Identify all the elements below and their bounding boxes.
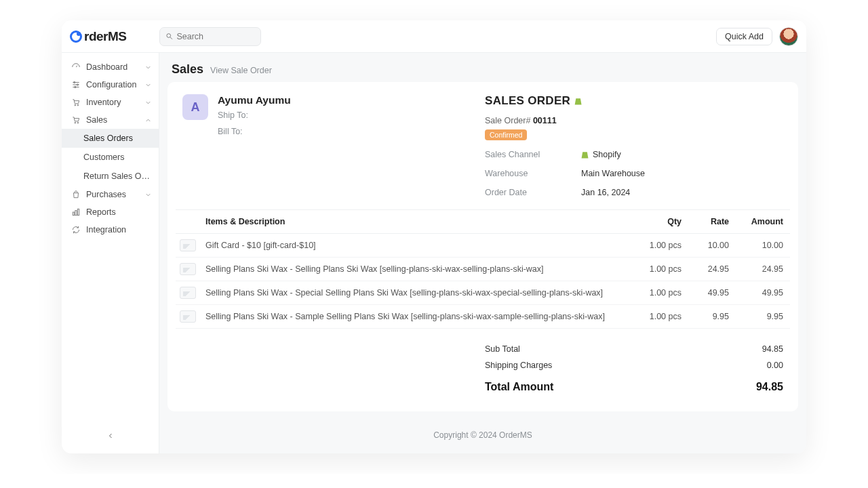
svg-point-12 [77,122,79,123]
logo: rderMS [70,29,159,44]
sidebar-item-label: Configuration [86,80,136,89]
svg-rect-15 [77,209,79,215]
svg-rect-13 [73,212,74,216]
order-number: Sale Order# 00111 [485,116,783,125]
sidebar-item-label: Reports [86,207,116,217]
topbar: rderMS Quick Add [62,20,806,53]
sidebar-item-sales[interactable]: Sales [62,111,159,129]
chevron-down-icon [144,99,152,106]
table-header: Items & Description Qty Rate Amount [176,209,790,234]
sidebar-item-configuration[interactable]: Configuration [62,76,159,94]
svg-point-11 [75,122,76,123]
chart-icon [71,207,81,217]
chevron-down-icon [144,191,152,199]
svg-point-9 [75,104,76,106]
app-shell: rderMS Quick Add Dashboard Configuration [62,20,806,453]
sidebar-item-purchases[interactable]: Purchases [62,186,159,203]
order-heading: SALES ORDER [485,94,783,108]
meta-warehouse: Warehouse Main Warehouse [485,169,783,178]
sidebar-sub-return-sales[interactable]: Return Sales Ord... [62,167,159,186]
breadcrumb: Sales View Sale Order [159,53,806,82]
totals: Sub Total 94.85 Shipping Charges 0.00 To… [485,341,783,396]
sidebar-item-label: Purchases [86,190,126,199]
bill-to-label: Bill To: [218,127,291,136]
body-row: Dashboard Configuration Inventory Sales … [62,53,806,453]
image-icon [180,239,196,251]
customer-info: Ayumu Ayumu Ship To: Bill To: [218,94,291,197]
sidebar-sub-sales-orders[interactable]: Sales Orders [62,129,159,148]
shopify-icon [574,98,582,105]
customer-initial-badge: A [182,94,208,120]
subtotal-row: Sub Total 94.85 [485,341,783,357]
th-rate: Rate [682,217,729,226]
table-row: Selling Plans Ski Wax - Sample Selling P… [176,305,790,329]
logo-text: rderMS [84,29,126,44]
meta-channel: Sales Channel Shopify [485,150,783,159]
customer-name: Ayumu Ayumu [218,94,291,106]
sidebar-item-label: Sales [86,115,107,125]
sync-icon [71,225,81,235]
th-qty: Qty [634,217,682,226]
image-icon [180,310,196,323]
order-column: SALES ORDER Sale Order# 00111 Confirmed … [485,94,783,197]
footer: Copyright © 2024 OrderMS [159,420,806,453]
page-title: Sales [172,62,203,77]
chevron-up-icon [144,117,152,124]
page-subtitle: View Sale Order [210,66,272,75]
sidebar-item-label: Dashboard [86,62,127,72]
sidebar-sub-customers[interactable]: Customers [62,148,159,167]
th-desc: Items & Description [205,217,634,226]
th-amount: Amount [729,217,783,226]
svg-rect-14 [75,211,77,216]
sidebar-item-dashboard[interactable]: Dashboard [62,58,159,76]
customer-column: A Ayumu Ayumu Ship To: Bill To: [182,94,485,197]
image-icon [180,287,196,299]
sliders-icon [71,80,81,89]
table-row: Selling Plans Ski Wax - Special Selling … [176,281,790,305]
chevron-down-icon [144,64,152,71]
cart-icon [71,98,81,107]
card-head: A Ayumu Ayumu Ship To: Bill To: SALES OR… [167,94,798,205]
avatar[interactable] [779,27,798,46]
search-icon [165,32,173,41]
main: Sales View Sale Order A Ayumu Ayumu Ship… [159,53,806,453]
search-field[interactable] [159,27,261,46]
table-row: Gift Card - $10 [gift-card-$10] 1.00 pcs… [176,234,790,258]
table-row: Selling Plans Ski Wax - Selling Plans Sk… [176,258,790,281]
sidebar-item-inventory[interactable]: Inventory [62,94,159,111]
shipping-row: Shipping Charges 0.00 [485,357,783,373]
meta-date: Order Date Jan 16, 2024 [485,188,783,197]
sidebar-collapse[interactable] [62,424,159,448]
sidebar: Dashboard Configuration Inventory Sales … [62,53,159,453]
gauge-icon [71,62,81,72]
total-row: Total Amount 94.85 [485,378,783,396]
ship-to-label: Ship To: [218,110,291,120]
shopify-icon [581,151,589,159]
svg-point-10 [77,104,79,106]
svg-point-0 [167,34,171,38]
quick-add-button[interactable]: Quick Add [716,28,772,45]
image-icon [180,263,196,275]
items-table: Items & Description Qty Rate Amount Gift… [176,209,790,329]
chevron-down-icon [144,81,152,89]
bag-icon [71,190,81,199]
logo-icon [70,30,82,43]
search-input[interactable] [176,32,255,41]
sidebar-item-label: Integration [86,225,126,235]
svg-line-2 [76,66,77,67]
svg-line-1 [170,37,172,39]
status-badge: Confirmed [485,129,527,140]
order-card: A Ayumu Ayumu Ship To: Bill To: SALES OR… [167,82,798,411]
sidebar-item-reports[interactable]: Reports [62,203,159,221]
cart-icon [71,115,81,125]
sidebar-item-integration[interactable]: Integration [62,221,159,239]
sidebar-item-label: Inventory [86,98,121,107]
chevron-left-icon [106,432,115,440]
